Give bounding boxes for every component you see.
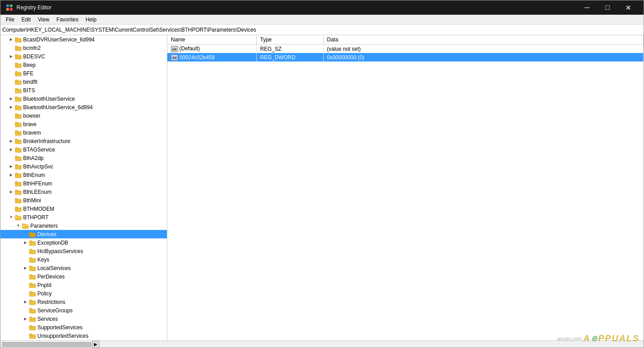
svg-rect-53 [29,232,32,234]
address-text[interactable]: Computer\HKEY_LOCAL_MACHINE\SYSTEM\Curre… [2,27,642,33]
tree-item[interactable]: bravem [0,128,167,137]
folder-icon [15,130,22,136]
folder-icon [29,291,36,297]
tree-item[interactable]: BthMini [0,196,167,205]
tree-item[interactable]: Keys [0,255,167,264]
tree-item[interactable]: BluetoothUserService [0,94,167,103]
tree-item[interactable]: PerDevices [0,272,167,281]
tree-item[interactable]: UnsupportedServices [0,332,167,340]
tree-item[interactable]: Services [0,315,167,323]
svg-rect-21 [15,105,18,107]
menu-edit[interactable]: Edit [18,16,34,24]
tree-expander[interactable] [22,265,29,272]
tree-item[interactable]: Parameters [0,221,167,230]
col-header-type: Type [256,35,323,45]
tree-item[interactable]: Wdf [0,340,167,340]
tree-expander[interactable] [8,146,15,153]
tree-expander[interactable] [22,299,29,306]
svg-rect-2 [6,8,9,11]
tree-item[interactable]: BrokerInfrastructure [0,137,167,145]
tree-label: BthLEEnum [23,189,52,195]
tree-item[interactable]: bcmfn2 [0,44,167,52]
svg-rect-67 [29,291,32,293]
tree-label: bowser [23,113,41,119]
table-row[interactable]: ##00024c02b458REG_DWORD0x00000000 (0) [167,53,644,61]
maximize-button[interactable]: □ [597,0,618,15]
svg-rect-27 [15,131,18,132]
tree-item[interactable]: BTHPORT [0,213,167,221]
tree-expander[interactable] [22,315,29,323]
tree-expander[interactable] [8,172,15,179]
tree-expander[interactable] [8,138,15,145]
cell-type: REG_SZ [256,45,323,53]
tree-label: BrokerInfrastructure [23,138,70,144]
bottom-scrollbar[interactable]: ▶ [0,340,644,348]
tree-expander[interactable] [22,239,29,246]
folder-icon [15,164,22,170]
svg-rect-51 [22,225,28,226]
folder-icon [29,324,36,331]
tree-item[interactable]: HciBypassServices [0,247,167,255]
tree-item[interactable]: BTHMODEM [0,205,167,213]
tree-panel[interactable]: BcastDVRUserService_6d994bcmfn2BDESVCBee… [0,35,167,340]
folder-icon [15,96,22,102]
folder-icon [29,333,36,339]
tree-item[interactable]: BthAvctpSvc [0,162,167,171]
tree-item[interactable]: BITS [0,86,167,94]
tree-item[interactable]: BthEnum [0,171,167,179]
table-row[interactable]: ab(Default)REG_SZ(value not set) [167,45,644,53]
menu-view[interactable]: View [34,16,53,24]
registry-scroll[interactable]: Name Type Data ab(Default)REG_SZ(value n… [167,35,644,340]
tree-item[interactable]: ServiceGroups [0,306,167,315]
tree-expander[interactable] [8,95,15,102]
tree-item[interactable]: ExceptionDB [0,238,167,247]
tree-expander[interactable] [8,188,15,196]
tree-item[interactable]: BDESVC [0,52,167,61]
tree-expander[interactable] [8,163,15,170]
folder-icon [15,172,22,178]
minimize-button[interactable]: ─ [577,0,597,15]
tree-item[interactable]: Policy [0,289,167,298]
menu-help[interactable]: Help [82,16,100,24]
tree-item[interactable]: BthLEEnum [0,188,167,196]
tree-item[interactable]: bowser [0,111,167,120]
tree-label: BthEnum [23,172,45,178]
tree-item[interactable]: BthA2dp [0,154,167,162]
tree-label: BluetoothUserService [23,96,75,102]
tree-item[interactable]: BthHFEnum [0,179,167,188]
tree-expander[interactable] [8,36,15,43]
tree-item[interactable]: PnpId [0,281,167,289]
tree-label: BthMini [23,197,41,204]
tree-item[interactable]: BFE [0,69,167,78]
close-button[interactable]: ✕ [618,0,638,15]
tree-expander[interactable] [8,53,15,60]
tree-item[interactable]: bindflt [0,78,167,86]
folder-icon [15,147,22,153]
folder-icon [15,138,22,144]
tree-expander[interactable] [8,214,15,221]
menu-favorites[interactable]: Favorites [53,16,82,24]
tree-item[interactable]: brave [0,120,167,128]
registry-table: Name Type Data ab(Default)REG_SZ(value n… [167,35,644,61]
tree-item[interactable]: BluetoothUserService_6d994 [0,103,167,111]
tree-item[interactable]: Restrictions [0,298,167,306]
svg-rect-65 [29,283,32,285]
cell-data: 0x00000000 (0) [323,53,644,61]
main-content: BcastDVRUserService_6d994bcmfn2BDESVCBee… [0,35,644,340]
tree-item[interactable]: BcastDVRUserService_6d994 [0,35,167,44]
tree-label: BluetoothUserService_6d994 [23,104,93,111]
svg-rect-9 [15,54,18,56]
folder-icon [15,180,22,187]
app-icon [6,4,13,11]
folder-icon [15,214,22,221]
tree-item[interactable]: Beep [0,61,167,69]
tree-expander[interactable] [8,104,15,111]
tree-label: SupportedServices [37,324,82,331]
tree-item[interactable]: SupportedServices [0,323,167,332]
svg-rect-1 [10,4,12,7]
menu-file[interactable]: File [2,16,18,24]
tree-expander[interactable] [15,222,22,229]
tree-item[interactable]: BTAGService [0,145,167,154]
tree-item[interactable]: Devices [0,230,167,238]
tree-item[interactable]: LocalServices [0,264,167,272]
